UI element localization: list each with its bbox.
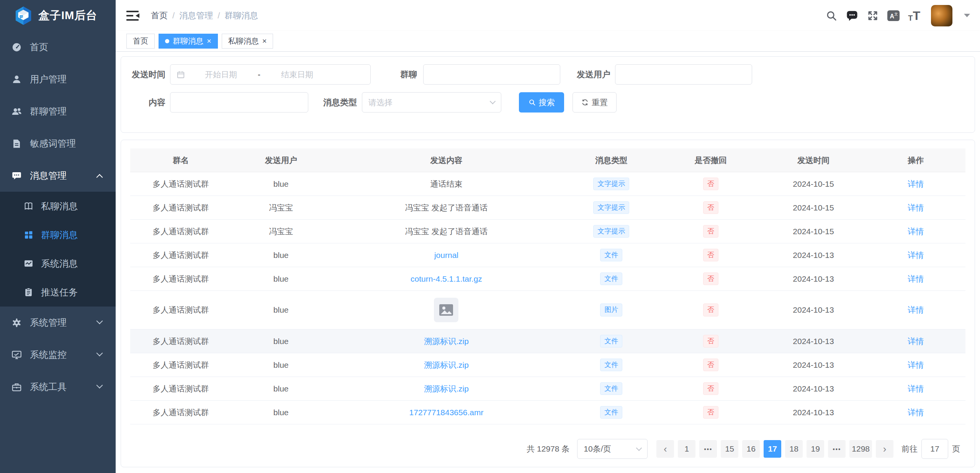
search-button[interactable]: 搜索 [519, 92, 564, 113]
tab-home[interactable]: 首页 [126, 34, 155, 49]
column-header-group: 群名 [130, 153, 231, 167]
detail-link[interactable]: 详情 [908, 305, 924, 314]
page-button-19[interactable]: 19 [807, 440, 824, 458]
tab-private-messages[interactable]: 私聊消息 × [222, 34, 273, 49]
detail-link[interactable]: 详情 [908, 274, 924, 283]
sidebar-item-group-msg[interactable]: 群聊消息 [0, 220, 116, 249]
sidebar-item-sys-monitor[interactable]: 系统监控 [0, 339, 116, 371]
cell-message-type: 图片 [562, 302, 661, 318]
page-button-16[interactable]: 16 [742, 440, 760, 458]
next-page-button[interactable]: › [876, 440, 893, 458]
table-row: 多人通话测试群 blue coturn-4.5.1.1.tar.gz 文件 否 … [130, 267, 965, 291]
detail-link[interactable]: 详情 [908, 203, 924, 212]
translate-icon[interactable]: A文 [887, 10, 900, 22]
sidebar-item-private-msg[interactable]: 私聊消息 [0, 192, 116, 220]
detail-link[interactable]: 详情 [908, 337, 924, 346]
detail-link[interactable]: 详情 [908, 384, 924, 393]
detail-link[interactable]: 详情 [908, 227, 924, 236]
message-type-select[interactable]: 请选择 [362, 92, 501, 113]
sender-input[interactable] [615, 64, 752, 85]
message-icon[interactable] [846, 10, 858, 22]
type-badge: 文件 [600, 382, 622, 395]
date-range-separator: - [255, 70, 263, 79]
tab-group-messages[interactable]: 群聊消息 × [159, 34, 218, 49]
content-text[interactable]: 冯宝宝 发起了语音通话 [405, 203, 488, 212]
sidebar-item-users[interactable]: 用户管理 [0, 63, 116, 95]
avatar[interactable] [931, 5, 952, 26]
content-input[interactable] [170, 92, 308, 113]
cell-sender: blue [231, 335, 331, 347]
content-text[interactable]: journal [434, 251, 458, 259]
detail-link[interactable]: 详情 [908, 408, 924, 417]
group-input[interactable] [423, 64, 560, 85]
column-header-action: 操作 [866, 153, 965, 167]
cell-send-time: 2024-10-15 [761, 202, 866, 214]
content-text[interactable]: 溯源标识.zip [424, 384, 469, 393]
sidebar-item-sensitive[interactable]: 敏感词管理 [0, 127, 116, 160]
type-badge: 图片 [600, 303, 622, 316]
type-badge: 文件 [600, 272, 622, 285]
date-range-picker[interactable]: - [170, 64, 371, 85]
start-date-input[interactable] [187, 70, 255, 79]
reset-button[interactable]: 重置 [573, 92, 617, 113]
tags-view-bar: 首页 群聊消息 × 私聊消息 × [116, 31, 980, 52]
page-button-1[interactable]: 1 [678, 440, 695, 458]
content-text[interactable]: 通话结束 [430, 179, 462, 188]
group-label: 群聊 [371, 69, 423, 80]
svg-text:A: A [890, 13, 895, 19]
sidebar-item-sys-tools[interactable]: 系统工具 [0, 371, 116, 403]
recall-badge: 否 [703, 178, 718, 190]
page-more-right[interactable]: ••• [828, 440, 846, 458]
page-button-1298[interactable]: 1298 [849, 440, 872, 458]
breadcrumb-item[interactable]: 群聊消息 [224, 10, 258, 21]
content-text[interactable]: coturn-4.5.1.1.tar.gz [411, 274, 482, 283]
sidebar-item-groups[interactable]: 群聊管理 [0, 95, 116, 127]
sidebar-item-sys-admin[interactable]: 系统管理 [0, 307, 116, 339]
tab-close-icon[interactable]: × [207, 37, 211, 46]
sidebar-item-messages[interactable]: 消息管理 [0, 160, 116, 192]
tab-close-icon[interactable]: × [262, 37, 267, 46]
page-button-17[interactable]: 17 [764, 440, 781, 458]
sidebar-item-push-task[interactable]: 推送任务 [0, 278, 116, 307]
detail-link[interactable]: 详情 [908, 179, 924, 188]
cell-content [330, 291, 562, 329]
cell-content: 溯源标识.zip [330, 358, 562, 372]
jump-page-input[interactable] [921, 439, 948, 459]
fullscreen-icon[interactable] [867, 10, 879, 22]
caret-down-icon[interactable] [964, 14, 970, 17]
recall-badge: 否 [703, 335, 718, 347]
page-more-left[interactable]: ••• [699, 440, 717, 458]
message-type-label: 消息类型 [308, 97, 362, 108]
page-size-select[interactable]: 10条/页 [577, 439, 648, 459]
breadcrumb-item[interactable]: 消息管理 [179, 10, 213, 21]
cell-group-name: 多人通话测试群 [130, 177, 231, 191]
content-text[interactable]: 溯源标识.zip [424, 360, 469, 369]
breadcrumb-item[interactable]: 首页 [151, 10, 168, 21]
font-size-icon[interactable]: TT [908, 10, 920, 22]
prev-page-button[interactable]: ‹ [656, 440, 674, 458]
menu-icon [11, 318, 22, 328]
sidebar-item-home[interactable]: 首页 [0, 31, 116, 63]
sender-label: 发送用户 [560, 69, 615, 80]
content-text[interactable]: 冯宝宝 发起了语音通话 [405, 227, 488, 236]
type-badge: 文件 [600, 359, 622, 371]
chevron-down-icon [636, 445, 642, 451]
content-text[interactable]: 溯源标识.zip [424, 337, 469, 346]
end-date-input[interactable] [263, 70, 332, 79]
sidebar-item-system-msg[interactable]: 系统消息 [0, 249, 116, 278]
chevron-icon [97, 174, 103, 181]
detail-link[interactable]: 详情 [908, 360, 924, 369]
cell-message-type: 文字提示 [562, 223, 661, 239]
detail-link[interactable]: 详情 [908, 251, 924, 259]
image-placeholder-icon[interactable] [434, 298, 458, 322]
sidebar-fold-icon[interactable] [126, 10, 140, 22]
page-button-18[interactable]: 18 [785, 440, 803, 458]
cell-recall: 否 [661, 247, 761, 263]
app-logo[interactable]: 盒子IM后台 [0, 0, 116, 31]
calendar-icon [177, 70, 185, 79]
page-button-15[interactable]: 15 [721, 440, 738, 458]
cell-recall: 否 [661, 176, 761, 192]
search-icon[interactable] [825, 10, 838, 22]
content-text[interactable]: 1727771843656.amr [409, 408, 484, 417]
cell-sender: blue [231, 304, 331, 316]
